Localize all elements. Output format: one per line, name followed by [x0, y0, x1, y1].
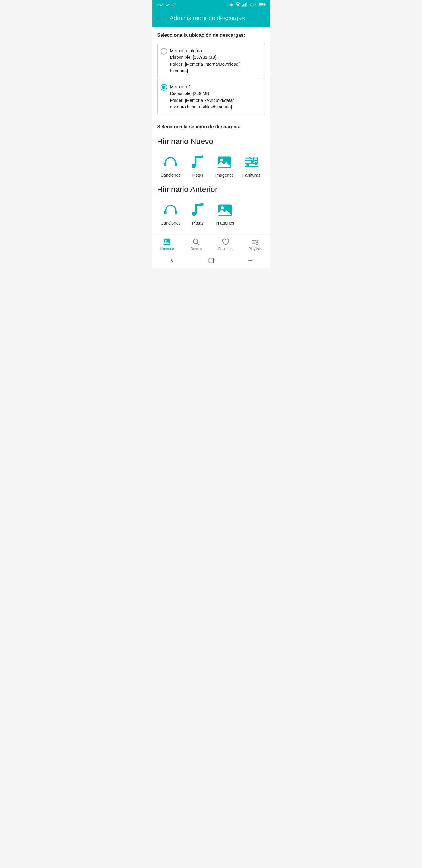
- himnario-nav-icon: [163, 238, 171, 246]
- svg-rect-23: [175, 211, 177, 214]
- svg-point-33: [256, 243, 258, 245]
- svg-point-28: [193, 239, 198, 244]
- himnario-anterior-title: Himnario Anterior: [157, 185, 265, 194]
- svg-rect-2: [245, 3, 245, 6]
- svg-rect-0: [242, 5, 243, 6]
- svg-rect-4: [247, 2, 247, 6]
- status-bar: 1:45 4° 🔊 ✱ 79%: [153, 0, 270, 10]
- imagenes-anterior-button[interactable]: Imagenes: [212, 199, 238, 228]
- svg-line-35: [257, 240, 258, 241]
- svg-point-16: [246, 164, 249, 166]
- partituras-nuevo-button[interactable]: Partituras: [238, 151, 265, 180]
- himnario-anterior-icons: Canciones Pistas Imagenes: [157, 199, 265, 228]
- status-right: ✱ 79%: [230, 2, 265, 7]
- pistas-nuevo-label: Pistas: [192, 173, 203, 178]
- memoria-interna-option[interactable]: Memoria Interna Disponible: [15,931 MB] …: [157, 43, 265, 79]
- pistas-anterior-label: Pistas: [192, 221, 203, 225]
- radio-memoria2[interactable]: [161, 84, 167, 91]
- partituras-nuevo-label: Partituras: [242, 173, 261, 178]
- himnario-nuevo-icons: Canciones Pistas Imagenes: [157, 151, 265, 180]
- memoria2-option[interactable]: Memoria 2 Disponible: [239 MB] Folder: […: [157, 79, 265, 115]
- svg-rect-26: [164, 239, 170, 245]
- svg-rect-3: [246, 3, 246, 6]
- nav-playlists[interactable]: Playlists: [240, 236, 270, 254]
- back-button[interactable]: [168, 256, 176, 265]
- sheet-music-icon: [244, 155, 259, 170]
- canciones-nuevo-button[interactable]: Canciones: [157, 151, 184, 180]
- svg-rect-9: [175, 163, 177, 166]
- pistas-nuevo-button[interactable]: Pistas: [184, 151, 211, 180]
- svg-rect-22: [164, 211, 166, 214]
- search-nav-icon: [192, 238, 200, 246]
- memoria2-name: Memoria 2: [170, 84, 234, 90]
- nav-playlists-label: Playlists: [249, 247, 262, 251]
- battery-icon: [259, 2, 266, 7]
- svg-line-29: [197, 243, 199, 245]
- memoria2-available: Disponible: [239 MB]: [170, 90, 234, 97]
- battery-percent: 79%: [249, 3, 257, 7]
- nav-himnario-label: Himnario: [160, 247, 174, 251]
- canciones-anterior-button[interactable]: Canciones: [157, 199, 184, 228]
- svg-point-18: [251, 161, 253, 163]
- svg-point-27: [165, 240, 167, 242]
- canciones-nuevo-label: Canciones: [161, 173, 181, 178]
- radio-interna[interactable]: [161, 48, 167, 55]
- memoria2-folder: Folder: [Memoria 2/Android/data/mx.daro.…: [170, 97, 234, 111]
- nav-buscar-label: Buscar: [191, 247, 202, 251]
- himnario-nuevo-title: Himnario Nuevo: [157, 137, 265, 146]
- pistas-anterior-button[interactable]: Pistas: [184, 199, 212, 228]
- nav-favoritos-label: Favoritos: [218, 247, 233, 251]
- wifi-icon: [235, 2, 241, 7]
- nav-himnario[interactable]: Himnario: [153, 236, 182, 254]
- imagenes-nuevo-button[interactable]: Imagenes: [211, 151, 238, 180]
- bluetooth-icon: ✱: [230, 3, 233, 7]
- status-left: 1:45 4° 🔊: [157, 3, 176, 7]
- hamburger-menu-button[interactable]: [157, 15, 165, 21]
- memoria-interna-folder: Folder: [Memoria Interna/Download/himnar…: [170, 61, 240, 74]
- headphones-icon: [163, 155, 178, 170]
- canciones-anterior-label: Canciones: [161, 221, 181, 225]
- signal-icon: [242, 2, 247, 7]
- imagenes-nuevo-label: Imagenes: [215, 173, 234, 178]
- system-nav: [153, 254, 270, 268]
- music-note-icon: [190, 155, 205, 170]
- status-temp: 4°: [166, 3, 170, 7]
- memoria-interna-available: Disponible: [15,931 MB]: [170, 54, 240, 61]
- image-anterior-icon: [217, 203, 233, 218]
- memoria-interna-name: Memoria Interna: [170, 47, 240, 54]
- download-section-label: Selecciona la sección de descargas:: [157, 124, 265, 130]
- status-time: 1:45: [157, 3, 164, 7]
- headphones-anterior-icon: [163, 203, 178, 218]
- location-section-label: Selecciona la ubicación de descargas:: [157, 33, 265, 38]
- app-bar-title: Administrador de descargas: [170, 15, 245, 22]
- recents-button[interactable]: [246, 256, 255, 265]
- music-note-anterior-icon: [190, 203, 206, 218]
- svg-point-25: [221, 207, 224, 209]
- home-button[interactable]: [207, 256, 215, 265]
- nav-favoritos[interactable]: Favoritos: [211, 236, 241, 254]
- main-content: Selecciona la ubicación de descargas: Me…: [153, 27, 270, 235]
- sound-icon: 🔊: [171, 3, 176, 7]
- playlist-nav-icon: [251, 238, 259, 246]
- heart-nav-icon: [222, 238, 230, 246]
- nav-buscar[interactable]: Buscar: [182, 236, 211, 254]
- svg-rect-1: [244, 4, 244, 6]
- svg-rect-8: [164, 163, 166, 166]
- imagenes-anterior-label: Imagenes: [216, 221, 234, 225]
- image-icon: [217, 155, 232, 170]
- app-bar: Administrador de descargas: [153, 10, 270, 27]
- svg-rect-36: [209, 258, 213, 262]
- svg-point-11: [220, 158, 223, 161]
- svg-rect-7: [259, 3, 263, 5]
- bottom-nav: Himnario Buscar Favoritos: [153, 235, 270, 254]
- svg-rect-6: [265, 4, 265, 5]
